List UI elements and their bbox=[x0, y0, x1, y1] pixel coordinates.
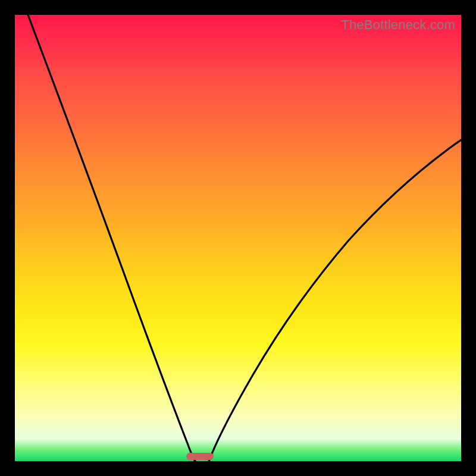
watermark-text: TheBottleneck.com bbox=[341, 17, 455, 33]
curve-left-branch bbox=[28, 15, 195, 461]
chart-container: TheBottleneck.com bbox=[0, 0, 476, 476]
bottleneck-curve bbox=[15, 15, 461, 461]
plot-area: TheBottleneck.com bbox=[15, 15, 461, 461]
curve-right-branch bbox=[209, 140, 461, 461]
bottleneck-marker bbox=[186, 453, 214, 460]
